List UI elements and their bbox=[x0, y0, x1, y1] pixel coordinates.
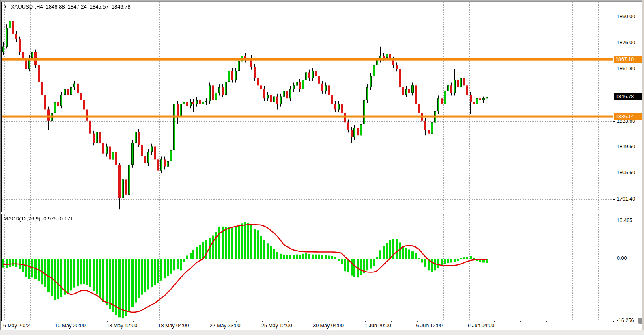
chart-header: ▼ XAUUSD-,H4 1846.88 1847.24 1845.57 184… bbox=[4, 3, 131, 10]
time-tick bbox=[159, 321, 159, 322]
time-tick bbox=[598, 321, 598, 322]
macd-indicator-label: MACD(12,26,9) -0.975 -0.171 bbox=[4, 216, 73, 222]
time-tick bbox=[469, 321, 469, 322]
price-chart-canvas[interactable] bbox=[2, 2, 613, 212]
time-axis-label: 18 May 04:00 bbox=[158, 323, 189, 329]
time-tick bbox=[56, 321, 56, 322]
price-chart-panel[interactable] bbox=[1, 2, 614, 212]
time-tick bbox=[236, 321, 237, 322]
macd-axis-label: -16.256 bbox=[617, 318, 634, 323]
symbol-period-label: XAUUSD-,H4 bbox=[11, 4, 43, 10]
price-tick bbox=[613, 121, 615, 122]
time-tick bbox=[30, 321, 30, 322]
price-axis-label: 1819.60 bbox=[617, 144, 635, 149]
symbol-dropdown-icon[interactable]: ▼ bbox=[4, 4, 7, 9]
chart-window: ▼ XAUUSD-,H4 1846.88 1847.24 1845.57 184… bbox=[0, 0, 644, 335]
hline-price-badge: 1867.10 bbox=[614, 56, 642, 63]
time-tick bbox=[107, 321, 108, 322]
time-tick bbox=[133, 321, 134, 322]
time-tick bbox=[417, 321, 418, 322]
time-tick bbox=[211, 321, 211, 322]
price-axis[interactable]: 1890.001876.001861.801833.601819.601805.… bbox=[613, 0, 642, 330]
time-axis-label: 30 May 04:00 bbox=[313, 323, 344, 329]
price-tick bbox=[613, 173, 615, 173]
time-tick bbox=[572, 321, 572, 322]
macd-indicator-panel[interactable] bbox=[1, 214, 614, 322]
macd-tick bbox=[613, 259, 615, 259]
time-axis-label: 22 May 23:00 bbox=[210, 323, 241, 329]
price-tick bbox=[613, 43, 615, 43]
macd-tick bbox=[613, 221, 615, 221]
time-tick bbox=[288, 321, 289, 322]
hline-price-badge: 1836.14 bbox=[614, 113, 642, 120]
time-tick bbox=[340, 321, 340, 322]
time-tick bbox=[365, 321, 366, 322]
macd-tick bbox=[613, 321, 615, 321]
time-tick bbox=[520, 321, 521, 322]
time-axis[interactable]: 6 May 202210 May 20:0013 May 12:0018 May… bbox=[0, 321, 613, 330]
time-axis-label: 10 May 20:00 bbox=[55, 323, 86, 329]
price-axis-label: 1791.40 bbox=[617, 196, 635, 202]
time-tick bbox=[262, 321, 263, 322]
time-tick bbox=[4, 321, 4, 322]
time-tick bbox=[546, 321, 547, 322]
time-tick bbox=[314, 321, 314, 322]
time-tick bbox=[443, 321, 443, 322]
price-axis-label: 1805.60 bbox=[617, 170, 635, 175]
price-axis-label: 1876.00 bbox=[617, 40, 635, 45]
ohlc-open: 1846.88 bbox=[46, 4, 65, 10]
time-tick bbox=[82, 321, 82, 322]
macd-axis-label: 0.00 bbox=[617, 255, 627, 261]
window-bottom-strip bbox=[0, 330, 644, 335]
price-tick bbox=[613, 147, 615, 147]
window-left-border bbox=[0, 0, 1, 335]
time-axis-label: 25 May 12:00 bbox=[261, 323, 292, 329]
price-axis-label: 1890.00 bbox=[617, 14, 635, 19]
price-tick bbox=[613, 199, 615, 200]
price-axis-label: 1861.80 bbox=[617, 66, 635, 71]
time-tick bbox=[185, 321, 185, 322]
price-tick bbox=[613, 17, 615, 17]
macd-canvas[interactable] bbox=[2, 214, 613, 320]
time-axis-label: 9 Jun 04:00 bbox=[468, 323, 494, 329]
time-axis-label: 13 May 12:00 bbox=[106, 323, 137, 329]
time-tick bbox=[494, 321, 495, 322]
time-tick bbox=[391, 321, 392, 322]
price-tick bbox=[613, 69, 615, 69]
time-axis-label: 6 May 2022 bbox=[3, 323, 30, 329]
time-axis-label: 1 Jun 20:00 bbox=[364, 323, 391, 329]
ohlc-high: 1847.24 bbox=[68, 4, 87, 10]
window-right-border bbox=[642, 0, 644, 335]
macd-axis-label: 10.465 bbox=[617, 218, 632, 223]
ohlc-low: 1845.57 bbox=[90, 4, 109, 10]
time-axis-label: 6 Jun 12:00 bbox=[416, 323, 443, 329]
current-price-badge: 1846.78 bbox=[614, 93, 642, 100]
ohlc-close: 1846.78 bbox=[112, 4, 131, 10]
